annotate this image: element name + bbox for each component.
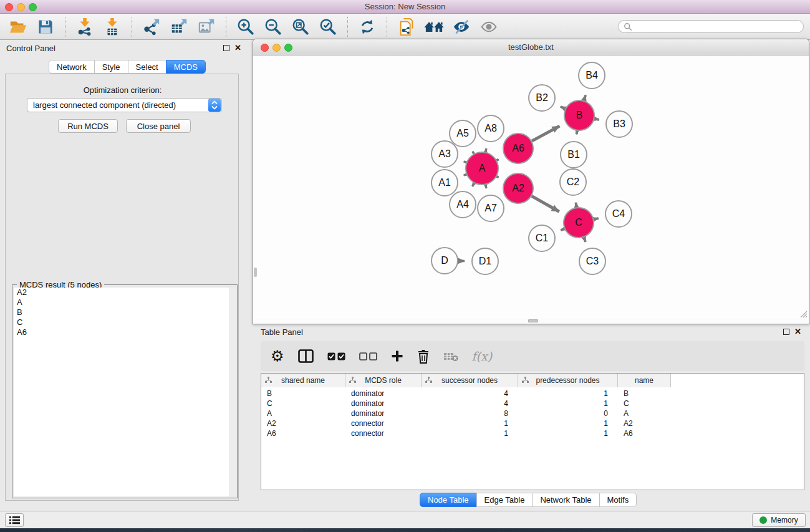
float-table-panel-icon[interactable] (783, 329, 789, 335)
graph-node-B4[interactable]: B4 (579, 62, 605, 89)
tab-select[interactable]: Select (128, 60, 166, 74)
edge-A-A3[interactable] (464, 162, 466, 163)
edge-B-B1[interactable] (577, 131, 577, 135)
cell[interactable]: dominator (345, 409, 422, 418)
refresh-view-button[interactable] (355, 16, 379, 38)
table-row-a[interactable]: Adominator80A (261, 409, 804, 418)
column-header-MCDS-role[interactable]: MCDS role (345, 374, 422, 387)
graph-node-B[interactable]: B (564, 100, 594, 130)
cell[interactable]: 8 (422, 409, 518, 418)
edge-A-A5[interactable] (473, 152, 474, 154)
result-item-b[interactable]: B (14, 307, 236, 317)
criterion-dropdown[interactable]: largest connected component (directed) (27, 98, 222, 112)
table-mode-gear-icon[interactable]: ⚙ (271, 349, 284, 364)
import-table-button[interactable] (100, 16, 124, 38)
network-canvas[interactable]: B4B2BB3A5A8A6A3B1AA1C2A2A4A7C4CC1C3DD1 (254, 56, 808, 319)
cell[interactable]: 1 (422, 419, 518, 428)
graph-node-B3[interactable]: B3 (606, 111, 632, 137)
show-all-button[interactable] (477, 16, 501, 38)
network-window-titlebar[interactable]: testGlobe.txt (253, 39, 809, 56)
result-item-a2[interactable]: A2 (14, 288, 236, 297)
cell[interactable]: A (618, 409, 671, 418)
cell[interactable]: 0 (518, 409, 618, 418)
export-network-button[interactable] (140, 16, 163, 38)
edge-B-B2[interactable] (561, 107, 565, 109)
memory-button[interactable]: Memory (752, 513, 806, 527)
show-column-panel-icon[interactable] (298, 349, 314, 363)
edge-B-B3[interactable] (594, 118, 599, 120)
graph-node-A6[interactable]: A6 (503, 133, 533, 163)
task-history-button[interactable] (5, 513, 24, 527)
edge-C-C1[interactable] (561, 229, 564, 230)
select-all-icon[interactable] (327, 352, 345, 360)
export-image-button[interactable] (195, 16, 218, 38)
edge-A-A1[interactable] (464, 175, 466, 176)
cell[interactable]: connector (345, 429, 422, 438)
table-row-a2[interactable]: A2connector11A2 (261, 418, 804, 428)
tab-network-table[interactable]: Network Table (532, 493, 599, 507)
delete-columns-icon[interactable] (417, 349, 430, 364)
edge-A-A8[interactable] (486, 148, 486, 152)
float-panel-icon[interactable] (223, 45, 229, 51)
tab-edge-table[interactable]: Edge Table (476, 493, 533, 507)
graph-node-A[interactable]: A (466, 152, 498, 185)
table-row-a6[interactable]: A6connector11A6 (261, 428, 804, 438)
window-resize-grip[interactable] (799, 309, 808, 318)
cell[interactable]: 1 (518, 419, 618, 428)
cell[interactable]: connector (345, 419, 422, 428)
cell[interactable]: A6 (261, 429, 345, 438)
cell[interactable]: 1 (518, 429, 618, 438)
import-network-button[interactable] (73, 16, 97, 38)
tab-node-table[interactable]: Node Table (420, 493, 477, 507)
close-panel-icon[interactable]: ✕ (234, 45, 241, 51)
save-session-button[interactable] (34, 16, 57, 38)
cell[interactable]: A2 (618, 419, 671, 428)
cell[interactable]: A (261, 409, 345, 418)
graph-node-C2[interactable]: C2 (560, 169, 586, 195)
column-header-successor-nodes[interactable]: successor nodes (422, 374, 518, 387)
zoom-out-button[interactable] (261, 16, 285, 38)
network-graph-svg[interactable]: B4B2BB3A5A8A6A3B1AA1C2A2A4A7C4CC1C3DD1 (254, 56, 808, 319)
cell[interactable]: A6 (618, 429, 671, 438)
result-item-c[interactable]: C (14, 317, 236, 327)
graph-node-D1[interactable]: D1 (472, 248, 498, 274)
network-horizontal-scroll-thumb[interactable] (528, 319, 538, 322)
graph-node-A1[interactable]: A1 (432, 170, 458, 196)
result-item-a[interactable]: A (14, 297, 236, 307)
close-table-panel-icon[interactable]: ✕ (794, 329, 801, 335)
new-network-from-selection-button[interactable] (395, 16, 418, 38)
graph-node-A8[interactable]: A8 (478, 115, 504, 142)
graph-node-C4[interactable]: C4 (605, 201, 632, 227)
network-vertical-scroll-thumb[interactable] (254, 268, 257, 277)
cell[interactable]: 1 (422, 429, 518, 438)
add-column-icon[interactable] (391, 350, 403, 362)
result-item-a6[interactable]: A6 (14, 327, 236, 337)
home-networks-button[interactable] (422, 16, 446, 38)
zoom-in-button[interactable] (234, 16, 258, 38)
edge-A-A4[interactable] (473, 183, 475, 186)
cell[interactable]: C (261, 399, 345, 408)
edge-A6-B[interactable] (532, 126, 559, 141)
deselect-all-icon[interactable] (359, 352, 377, 360)
search-input[interactable] (635, 22, 798, 31)
cell[interactable]: 1 (518, 389, 618, 398)
network-horizontal-scrollbar[interactable] (254, 319, 808, 323)
cell[interactable]: B (618, 389, 671, 398)
edge-C-C2[interactable] (576, 203, 577, 208)
graph-node-D[interactable]: D (432, 248, 458, 274)
cell[interactable]: dominator (345, 389, 422, 398)
cell[interactable]: 1 (518, 399, 618, 408)
cell[interactable]: 4 (422, 389, 518, 398)
zoom-selected-button[interactable] (316, 16, 340, 38)
table-row-b[interactable]: Bdominator41B (261, 389, 804, 399)
graph-node-A3[interactable]: A3 (432, 141, 458, 167)
graph-node-A7[interactable]: A7 (478, 195, 504, 221)
graph-node-C1[interactable]: C1 (529, 225, 555, 251)
edge-A-A6[interactable] (497, 159, 499, 160)
edge-C-C4[interactable] (594, 218, 598, 220)
tab-motifs[interactable]: Motifs (599, 493, 637, 507)
graph-node-B1[interactable]: B1 (561, 142, 587, 168)
cell[interactable]: A2 (261, 419, 345, 428)
run-mcds-button[interactable]: Run MCDS (58, 119, 118, 133)
edge-C-C3[interactable] (584, 238, 586, 242)
